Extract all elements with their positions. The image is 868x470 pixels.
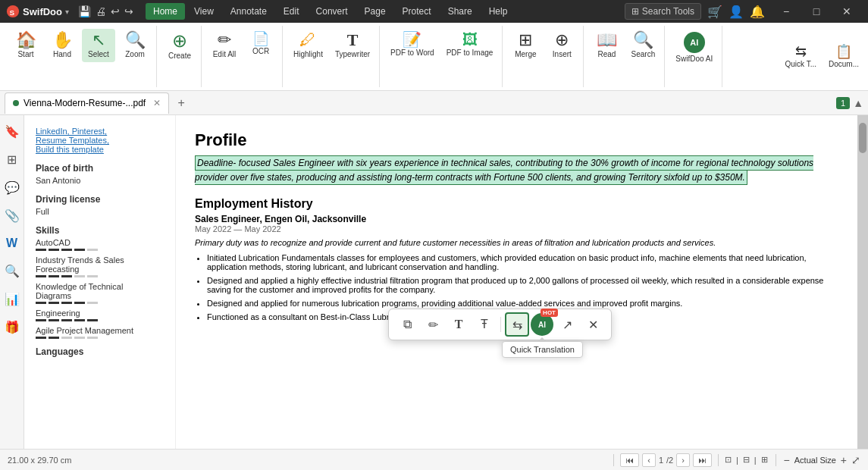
close-button[interactable]: ✕	[832, 0, 862, 23]
ann-share-button[interactable]: ↗	[555, 312, 579, 337]
sidebar-attachment-icon[interactable]: 📎	[2, 205, 23, 226]
nav-first-button[interactable]: ⏮	[620, 453, 639, 467]
dimensions-text: 21.00 x 29.70 cm	[8, 456, 71, 465]
languages-title: Languages	[36, 346, 164, 357]
highlighted-paragraph: Deadline- focused Sales Engineer with si…	[195, 155, 813, 185]
menu-home[interactable]: Home	[146, 3, 185, 20]
ribbon-swiftdoo-ai[interactable]: AI SwifDoo AI	[671, 29, 717, 67]
sidebar-grid-icon[interactable]: ⊞	[4, 149, 20, 170]
separator-icon: |	[736, 456, 738, 465]
ribbon-group-ai: AI SwifDoo AI	[666, 26, 722, 87]
pdf-to-image-label: PDF to Image	[447, 49, 494, 58]
sidebar-bookmark-icon[interactable]: 🔖	[2, 121, 23, 142]
link-linkedin[interactable]: LinkedIn, Pinterest,	[36, 127, 164, 136]
typewriter-label: Typewriter	[335, 50, 370, 59]
ribbon-highlight[interactable]: 🖊 Highlight	[289, 29, 327, 62]
skill-autocad: AutoCAD	[36, 238, 164, 247]
ocr-icon: 📄	[252, 32, 269, 45]
menu-help[interactable]: Help	[481, 3, 515, 20]
fullscreen-icon[interactable]: ⤢	[851, 454, 860, 466]
ribbon-ocr[interactable]: 📄 OCR	[244, 29, 277, 59]
menu-convert[interactable]: Convert	[309, 3, 356, 20]
menu-share[interactable]: Share	[440, 3, 480, 20]
create-label: Create	[168, 52, 191, 61]
scroll-thumb[interactable]	[859, 123, 866, 153]
ribbon-zoom[interactable]: 🔍 Zoom	[118, 29, 152, 62]
ribbon-insert[interactable]: ⊕ Insert	[545, 29, 578, 62]
ribbon-typewriter[interactable]: T Typewriter	[331, 29, 374, 62]
actual-size-label[interactable]: Actual Size	[794, 456, 836, 465]
app-dropdown-icon[interactable]: ▾	[65, 8, 69, 16]
active-tab[interactable]: Vienna-Modern-Resume-...pdf ✕	[5, 92, 169, 114]
sidebar-chart-icon[interactable]: 📊	[2, 289, 23, 309]
user-icon[interactable]: 👤	[729, 5, 744, 19]
menu-view[interactable]: View	[186, 3, 221, 20]
ribbon-read[interactable]: 📖 Read	[590, 29, 623, 62]
search-tools-button[interactable]: ⊞ Search Tools	[625, 3, 701, 20]
maximize-button[interactable]: □	[801, 0, 832, 23]
link-resume[interactable]: Resume Templates,	[36, 136, 164, 145]
nav-prev-button[interactable]: ‹	[642, 453, 656, 467]
fit-icon[interactable]: ⊡	[725, 455, 732, 465]
ribbon-tools-view: 📖 Read 🔍 Search	[590, 26, 660, 87]
menu-protect[interactable]: Protect	[395, 3, 439, 20]
bell-icon[interactable]: 🔔	[750, 5, 765, 19]
ribbon-start[interactable]: 🏠 Start	[9, 29, 42, 62]
svg-text:S: S	[10, 8, 15, 17]
link-build[interactable]: Build this template	[36, 145, 164, 154]
ann-pencil-button[interactable]: ✏	[421, 312, 445, 337]
ribbon-edit-all[interactable]: ✏ Edit All	[208, 29, 241, 62]
redo-icon[interactable]: ↪	[124, 5, 133, 17]
print-icon[interactable]: 🖨	[96, 5, 106, 17]
sidebar-search-icon[interactable]: 🔍	[2, 261, 23, 281]
minimize-button[interactable]: −	[771, 0, 801, 23]
job-title: Sales Engineer, Engen Oil, Jacksonville	[195, 214, 838, 224]
menu-edit[interactable]: Edit	[276, 3, 307, 20]
menu-page[interactable]: Page	[357, 3, 393, 20]
statusbar-nav: ⏮ ‹ 1 /2 › ⏭	[620, 453, 712, 467]
view-mode-icon[interactable]: ⊟	[743, 455, 750, 465]
menu-annotate[interactable]: Annotate	[223, 3, 274, 20]
sidebar-comments-icon[interactable]: 💬	[2, 177, 23, 198]
ribbon-search[interactable]: 🔍 Search	[626, 29, 660, 62]
read-label: Read	[597, 50, 616, 59]
quick-translation-label: Quick T...	[785, 60, 816, 69]
undo-icon[interactable]: ↩	[111, 5, 120, 17]
save-icon[interactable]: 💾	[78, 5, 91, 17]
ribbon-tools-edit: ✏ Edit All 📄 OCR	[208, 26, 277, 87]
ribbon: 🏠 Start ✋ Hand ↖ Select 🔍 Zoom ⊕ Create	[0, 23, 868, 91]
ribbon-document[interactable]: 📋 Docum...	[824, 42, 863, 72]
add-tab-button[interactable]: +	[172, 94, 190, 112]
ann-copy-button[interactable]: ⧉	[395, 312, 419, 337]
status-divider-1	[613, 454, 614, 466]
ann-translate-button[interactable]: ⇆	[505, 312, 529, 337]
ann-close-button[interactable]: ✕	[581, 312, 605, 337]
status-divider-3	[776, 454, 776, 466]
ribbon-quick-translation[interactable]: ⇆ Quick T...	[780, 42, 821, 72]
scroll-up-icon[interactable]: ▲	[853, 97, 863, 109]
ribbon-pdf-to-image[interactable]: 🖼 PDF to Image	[442, 29, 498, 61]
zoom-in-icon[interactable]: +	[841, 454, 847, 466]
ann-ai-button[interactable]: AI HOT	[531, 313, 553, 336]
statusbar-right: ⊡ | ⊟ | ⊞ − Actual Size + ⤢	[725, 454, 860, 466]
ann-format-button[interactable]: Ŧ	[472, 312, 497, 337]
zoom-out-icon[interactable]: −	[784, 454, 790, 466]
nav-next-button[interactable]: ›	[676, 453, 690, 467]
pdf-scrollbar[interactable]	[857, 115, 868, 449]
ribbon-hand[interactable]: ✋ Hand	[45, 29, 79, 62]
sidebar-gift-icon[interactable]: 🎁	[2, 317, 23, 337]
ribbon-select[interactable]: ↖ Select	[82, 29, 115, 62]
nav-last-button[interactable]: ⏭	[693, 453, 712, 467]
ribbon-create[interactable]: ⊕ Create	[163, 29, 196, 64]
ribbon-pdf-to-word[interactable]: 📝 PDF to Word	[386, 29, 439, 61]
ann-divider	[500, 317, 501, 332]
sidebar-word-icon[interactable]: W	[3, 233, 20, 253]
ribbon-merge[interactable]: ⊞ Merge	[509, 29, 542, 62]
skill-knowledge: Knowledge of TechnicalDiagrams	[36, 282, 164, 300]
layout-icon[interactable]: ⊞	[761, 455, 768, 465]
edit-all-label: Edit All	[213, 50, 237, 59]
tab-close-icon[interactable]: ✕	[153, 98, 161, 108]
ribbon-tools-ai: AI SwifDoo AI	[671, 26, 717, 87]
cart-icon[interactable]: 🛒	[707, 5, 722, 19]
ann-text-button[interactable]: T	[447, 312, 471, 337]
